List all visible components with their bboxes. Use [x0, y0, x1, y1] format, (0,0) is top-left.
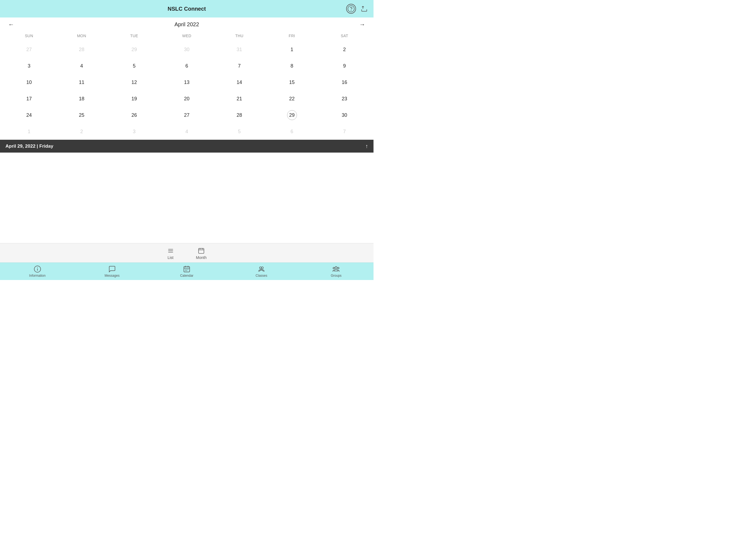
app-header: NSLC Connect: [0, 0, 374, 18]
information-icon: [34, 265, 41, 273]
bottom-nav: Information Messages Calendar: [0, 262, 374, 280]
svg-point-31: [338, 268, 339, 269]
messages-icon: [108, 265, 116, 273]
svg-rect-25: [185, 271, 186, 271]
svg-point-29: [335, 266, 337, 269]
nav-item-calendar[interactable]: Calendar: [149, 265, 224, 278]
day-cell[interactable]: 4: [55, 58, 108, 74]
day-cell[interactable]: 2: [55, 123, 108, 140]
day-cell[interactable]: 7: [318, 123, 371, 140]
svg-point-27: [259, 267, 261, 269]
day-cell[interactable]: 5: [213, 123, 265, 140]
calendar-container: SUN MON TUE WED THU FRI SAT 27 28 29 30 …: [0, 31, 374, 140]
svg-point-0: [348, 5, 354, 12]
day-cell[interactable]: 10: [3, 74, 55, 91]
day-header-mon: MON: [55, 31, 108, 41]
selected-date-bar: April 29, 2022 | Friday ↑: [0, 140, 374, 153]
nav-item-calendar-label: Calendar: [180, 274, 194, 278]
day-header-sun: SUN: [3, 31, 55, 41]
day-cell[interactable]: 30: [160, 41, 213, 58]
day-cell[interactable]: 23: [318, 91, 371, 107]
day-cell[interactable]: 18: [55, 91, 108, 107]
list-label: List: [168, 255, 174, 260]
share-button[interactable]: [359, 4, 369, 14]
day-cell[interactable]: 27: [3, 41, 55, 58]
nav-item-information-label: Information: [29, 274, 46, 278]
day-cell[interactable]: 25: [55, 107, 108, 123]
day-cell[interactable]: 1: [3, 123, 55, 140]
day-cell[interactable]: 31: [213, 41, 265, 58]
svg-rect-26: [186, 271, 187, 271]
calendar-grid: SUN MON TUE WED THU FRI SAT 27 28 29 30 …: [3, 31, 371, 140]
day-cell[interactable]: 17: [3, 91, 55, 107]
day-cell[interactable]: 13: [160, 74, 213, 91]
month-title: April 2022: [175, 21, 199, 28]
calendar-nav: ← April 2022 →: [0, 18, 374, 31]
day-header-tue: TUE: [108, 31, 160, 41]
day-cell[interactable]: 8: [265, 58, 318, 74]
day-cell[interactable]: 24: [3, 107, 55, 123]
classes-icon: [258, 265, 265, 273]
day-cell[interactable]: 9: [318, 58, 371, 74]
nav-item-classes-label: Classes: [256, 274, 267, 278]
day-cell[interactable]: 3: [3, 58, 55, 74]
day-cell[interactable]: 12: [108, 74, 160, 91]
nav-item-messages-label: Messages: [104, 274, 120, 278]
day-cell[interactable]: 14: [213, 74, 265, 91]
day-cell[interactable]: 20: [160, 91, 213, 107]
events-area: [0, 153, 374, 246]
day-cell[interactable]: 19: [108, 91, 160, 107]
svg-rect-5: [199, 248, 204, 253]
day-cell[interactable]: 1: [265, 41, 318, 58]
day-cell[interactable]: 28: [213, 107, 265, 123]
nav-item-groups-label: Groups: [331, 274, 341, 278]
day-header-thu: THU: [213, 31, 265, 41]
svg-point-30: [333, 268, 335, 269]
calendar-icon: [183, 265, 190, 273]
share-icon: [360, 5, 368, 12]
day-cell[interactable]: 3: [108, 123, 160, 140]
groups-icon: [332, 265, 340, 273]
day-cell[interactable]: 26: [108, 107, 160, 123]
day-cell[interactable]: 4: [160, 123, 213, 140]
nav-item-information[interactable]: Information: [0, 265, 75, 278]
day-cell[interactable]: 22: [265, 91, 318, 107]
day-cell[interactable]: 16: [318, 74, 371, 91]
svg-rect-24: [188, 269, 188, 270]
header-icons: [346, 4, 369, 14]
svg-rect-23: [186, 269, 187, 270]
day-cell[interactable]: 2: [318, 41, 371, 58]
day-cell[interactable]: 30: [318, 107, 371, 123]
svg-point-1: [351, 10, 351, 10]
day-header-sat: SAT: [318, 31, 371, 41]
day-header-fri: FRI: [265, 31, 318, 41]
collapse-arrow-icon[interactable]: ↑: [365, 143, 368, 149]
day-cell[interactable]: 29: [108, 41, 160, 58]
month-view-button[interactable]: Month: [196, 247, 207, 260]
help-button[interactable]: [346, 4, 356, 14]
day-cell[interactable]: 5: [108, 58, 160, 74]
list-view-button[interactable]: List: [167, 247, 174, 260]
question-circle-icon: [347, 5, 355, 12]
day-cell[interactable]: 11: [55, 74, 108, 91]
nav-item-messages[interactable]: Messages: [75, 265, 149, 278]
day-cell[interactable]: 27: [160, 107, 213, 123]
day-header-wed: WED: [160, 31, 213, 41]
next-month-button[interactable]: →: [357, 20, 368, 29]
day-cell[interactable]: 21: [213, 91, 265, 107]
day-cell[interactable]: 28: [55, 41, 108, 58]
selected-date-label: April 29, 2022 | Friday: [5, 144, 53, 149]
day-cell[interactable]: 15: [265, 74, 318, 91]
nav-item-classes[interactable]: Classes: [224, 265, 299, 278]
app-title: NSLC Connect: [168, 6, 206, 12]
month-calendar-icon: [198, 247, 205, 254]
month-label: Month: [196, 255, 207, 260]
prev-month-button[interactable]: ←: [5, 20, 17, 29]
svg-point-28: [261, 267, 263, 269]
day-cell[interactable]: 7: [213, 58, 265, 74]
nav-item-groups[interactable]: Groups: [299, 265, 374, 278]
day-cell-selected[interactable]: 29: [265, 107, 318, 123]
day-cell[interactable]: 6: [265, 123, 318, 140]
list-icon: [167, 247, 174, 254]
day-cell[interactable]: 6: [160, 58, 213, 74]
